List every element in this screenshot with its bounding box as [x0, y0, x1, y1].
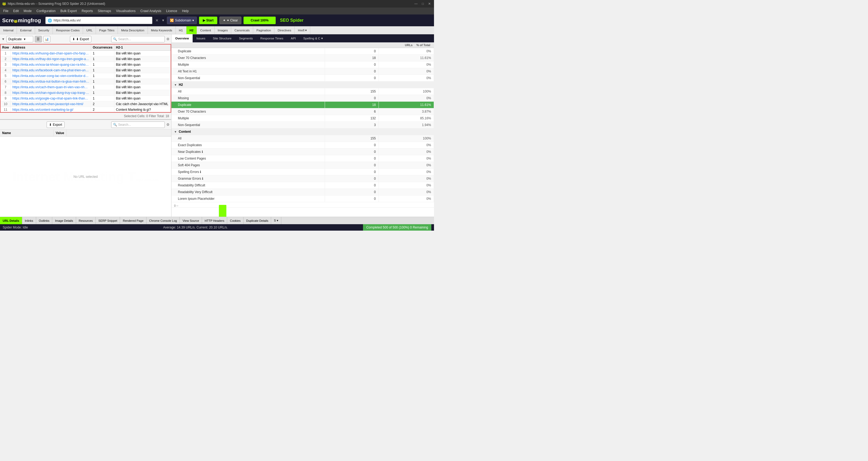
table-row[interactable]: 10 https://imta.edu.vn/cach-chen-javascr… — [1, 102, 171, 107]
data-table[interactable]: Row Address Occurrences H2-1 + 1 https:/… — [0, 44, 171, 113]
lower-col-value[interactable]: Value — [54, 129, 66, 136]
tab-site-structure[interactable]: Site Structure — [209, 34, 235, 42]
table-row[interactable]: 9 https://imta.edu.vn/google-cap-nhat-sp… — [1, 96, 171, 102]
overview-row-duplicate-highlighted[interactable]: Duplicate 18 11.61% — [172, 102, 434, 108]
col-address[interactable]: Address — [11, 45, 91, 51]
overview-row[interactable]: All 155 100% — [172, 88, 434, 95]
overview-row[interactable]: Missing 0 0% — [172, 95, 434, 102]
list-view-button[interactable]: ☰ — [35, 36, 42, 42]
col-h2-1[interactable]: H2-1 — [114, 45, 170, 51]
url-bar[interactable]: 🌐 https://imta.edu.vn/ — [45, 17, 152, 24]
tab-spelling[interactable]: Spelling & C ▾ — [300, 34, 326, 42]
menu-reports[interactable]: Reports — [80, 8, 95, 13]
overview-row[interactable]: Non-Sequential 0 0% — [172, 75, 434, 82]
clear-url-button[interactable]: ✕ — [155, 18, 159, 23]
filter-dropdown[interactable]: Duplicate ▾ — [6, 36, 33, 42]
tab-internal[interactable]: Internal — [0, 26, 17, 34]
bottom-tab-cookies[interactable]: Cookies — [227, 217, 244, 224]
tab-meta-keywords[interactable]: Meta Keywords — [148, 26, 176, 34]
overview-row[interactable]: Alt Text in H1 0 0% — [172, 68, 434, 75]
overview-row[interactable]: Multiple 0 0% — [172, 61, 434, 68]
overview-row[interactable]: Non-Sequential 3 1.94% — [172, 122, 434, 128]
collapse-arrow[interactable]: ▼ — [174, 83, 177, 86]
overview-row[interactable]: Low Content Pages 0 0% — [172, 155, 434, 162]
lower-search-box[interactable]: 🔍 Search... — [111, 121, 165, 128]
bottom-tab-http-headers[interactable]: HTTP Headers — [202, 217, 227, 224]
tab-hrefl[interactable]: Hrefl ▾ — [295, 26, 310, 34]
overview-row[interactable]: Lorem Ipsum Placeholder 0 0% — [172, 196, 434, 202]
bottom-tab-image-details[interactable]: Image Details — [52, 217, 76, 224]
table-row[interactable]: 7 https://imta.edu.vn/cach-them-quan-tri… — [1, 84, 171, 90]
tab-h2[interactable]: H2 — [186, 26, 197, 34]
bottom-tab-resources[interactable]: Resources — [76, 217, 96, 224]
overview-row[interactable]: Exact Duplicates 0 0% — [172, 142, 434, 149]
tab-url[interactable]: URL — [83, 26, 96, 34]
menu-edit[interactable]: Edit — [11, 8, 21, 13]
subdomain-button[interactable]: 🔀 Subdomain ▾ — [167, 17, 197, 24]
table-row[interactable]: 4 https://imta.edu.vn/facebook-cam-nha-p… — [1, 67, 171, 73]
tab-pagination[interactable]: Pagination — [253, 26, 274, 34]
overview-row[interactable]: Soft 404 Pages 0 0% — [172, 162, 434, 169]
col-row[interactable]: Row — [1, 45, 11, 51]
close-button[interactable]: ✕ — [427, 2, 432, 6]
tab-response-times[interactable]: Response Times — [257, 34, 287, 42]
table-row[interactable]: 8 https://imta.edu.vn/chan-nguoi-dung-tr… — [1, 90, 171, 96]
bottom-tab-chrome-console[interactable]: Chrome Console Log — [147, 217, 180, 224]
tab-content[interactable]: Content — [197, 26, 214, 34]
table-row[interactable]: 6 https://imta.edu.vn/dua-nut-button-ra-… — [1, 79, 171, 84]
export-button[interactable]: ⬇ ⬇ Export — [70, 36, 91, 42]
menu-bulk-export[interactable]: Bulk Export — [58, 8, 79, 13]
maximize-button[interactable]: □ — [421, 2, 425, 6]
bottom-tab-inlinks[interactable]: Inlinks — [22, 217, 36, 224]
overview-row[interactable]: Multiple 132 85.16% — [172, 115, 434, 122]
overview-row[interactable]: All 155 100% — [172, 135, 434, 142]
tab-issues[interactable]: Issues — [193, 34, 209, 42]
lower-settings-icon[interactable]: ⚙ — [166, 122, 169, 126]
table-row[interactable]: 2 https://imta.edu.vn/thay-doi-ngon-ngu-… — [1, 56, 171, 62]
settings-icon[interactable]: ⚙ — [166, 37, 169, 41]
chart-view-button[interactable]: 📊 — [43, 36, 50, 42]
lower-export-button[interactable]: ⬇ Export — [46, 121, 65, 128]
menu-configuration[interactable]: Configuration — [34, 8, 58, 13]
menu-file[interactable]: File — [1, 8, 10, 13]
menu-licence[interactable]: Licence — [164, 8, 179, 13]
overview-row[interactable]: Readability Difficult 0 0% — [172, 182, 434, 189]
overview-row[interactable]: Duplicate 0 0% — [172, 48, 434, 55]
collapse-arrow[interactable]: ▼ — [174, 130, 177, 133]
tab-segments[interactable]: Segments — [235, 34, 257, 42]
tab-response-codes[interactable]: Response Codes — [53, 26, 83, 34]
overview-row[interactable]: Near Duplicates ℹ 0 0% — [172, 149, 434, 155]
tab-api[interactable]: API — [287, 34, 300, 42]
search-box[interactable]: 🔍 Search... — [111, 36, 165, 42]
overview-row[interactable]: Readability Very Difficult 0 0% — [172, 189, 434, 196]
dropdown-arrow[interactable]: ▼ — [161, 19, 165, 22]
overview-row[interactable]: Spelling Errors ℹ 0 0% — [172, 169, 434, 175]
menu-mode[interactable]: Mode — [22, 8, 34, 13]
bottom-tab-outlinks[interactable]: Outlinks — [36, 217, 53, 224]
menu-crawl-analysis[interactable]: Crawl Analysis — [138, 8, 163, 13]
overview-row[interactable]: Over 70 Characters 18 11.61% — [172, 55, 434, 61]
clear-button[interactable]: ✦ ✦ Clear — [219, 17, 241, 24]
tab-security[interactable]: Security — [35, 26, 53, 34]
tab-page-titles[interactable]: Page Titles — [96, 26, 118, 34]
table-row[interactable]: 1 https://imta.edu.vn/huong-dan-chan-spa… — [1, 51, 171, 56]
lower-col-name[interactable]: Name — [0, 129, 54, 136]
overview-row[interactable]: Over 70 Characters 6 3.87% — [172, 108, 434, 115]
minimize-button[interactable]: — — [413, 2, 419, 6]
bottom-tab-duplicate-details[interactable]: Duplicate Details — [244, 217, 271, 224]
menu-sitemaps[interactable]: Sitemaps — [96, 8, 113, 13]
start-button[interactable]: ▶ Start — [199, 17, 217, 24]
table-row[interactable]: 3 https://imta.edu.vn/xoa-tai-khoan-quan… — [1, 62, 171, 67]
bottom-tab-url-details[interactable]: URL Details — [0, 217, 22, 224]
bottom-tab-serp-snippet[interactable]: SERP Snippet — [96, 217, 120, 224]
menu-help[interactable]: Help — [180, 8, 191, 13]
tab-meta-description[interactable]: Meta Description — [118, 26, 148, 34]
table-row[interactable]: 5 https://imta.edu.vn/user-cong-tac-vien… — [1, 73, 171, 79]
tab-images[interactable]: Images — [215, 26, 231, 34]
col-add[interactable]: + — [170, 45, 171, 51]
overview-row[interactable]: Grammar Errors ℹ 0 0% — [172, 175, 434, 182]
tab-external[interactable]: External — [17, 26, 35, 34]
menu-visualisations[interactable]: Visualisations — [114, 8, 138, 13]
col-occurrences[interactable]: Occurrences — [91, 45, 114, 51]
table-row[interactable]: 11 https://imta.edu.vn/content-marketing… — [1, 107, 171, 113]
